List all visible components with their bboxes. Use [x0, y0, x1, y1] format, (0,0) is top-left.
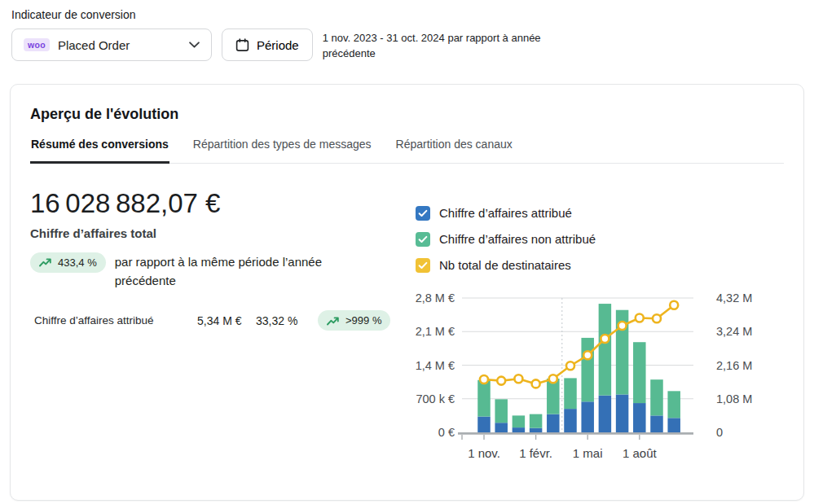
chevron-down-icon: [189, 42, 200, 48]
change-badge-value: 433,4 %: [58, 256, 97, 269]
svg-text:700 k €: 700 k €: [416, 392, 455, 405]
tab-repartition-canaux[interactable]: Répartition des canaux: [395, 138, 513, 164]
page-header: Indicateur de conversion woo Placed Orde…: [0, 0, 814, 62]
woocommerce-badge: woo: [24, 38, 50, 52]
svg-text:0: 0: [716, 426, 723, 439]
evolution-card: Aperçu de l'évolution Résumé des convers…: [10, 84, 804, 501]
svg-text:1 févr.: 1 févr.: [519, 446, 552, 460]
svg-text:4,32 M: 4,32 M: [716, 291, 752, 305]
change-badge: 433,4 %: [30, 252, 106, 273]
svg-text:0 €: 0 €: [438, 426, 455, 439]
attributed-revenue-row: Chiffre d’affaires attribué 5,34 M € 33,…: [30, 310, 403, 331]
trend-up-icon: [327, 316, 340, 326]
chart-column: Chiffre d’affaires attribué Chiffre d’af…: [403, 188, 803, 471]
date-range-text: 1 nov. 2023 - 31 oct. 2024 par rapport à…: [323, 28, 541, 62]
svg-text:1 mai: 1 mai: [573, 446, 603, 460]
summary-column: 16 028 882,07 € Chiffre d’affaires total…: [30, 188, 403, 471]
svg-text:3,24 M: 3,24 M: [716, 325, 752, 338]
metric-dropdown[interactable]: woo Placed Order: [11, 28, 212, 61]
attributed-change-badge: >999 %: [318, 310, 390, 331]
conversion-indicator-label: Indicateur de conversion: [11, 8, 803, 21]
chart-wrapper: 1 nov.1 févr.1 mai1 août0 €700 k €1,4 M …: [412, 289, 803, 471]
svg-text:1,4 M €: 1,4 M €: [416, 358, 455, 371]
attributed-change-value: >999 %: [345, 314, 381, 327]
metric-dropdown-value: Placed Order: [58, 38, 181, 52]
svg-text:2,8 M €: 2,8 M €: [416, 291, 455, 305]
svg-text:1 nov.: 1 nov.: [468, 446, 500, 460]
total-revenue-value: 16 028 882,07 €: [30, 188, 403, 219]
checkbox-attributed-icon[interactable]: [416, 206, 430, 221]
svg-text:1,08 M: 1,08 M: [716, 392, 752, 405]
tab-content: 16 028 882,07 € Chiffre d’affaires total…: [30, 164, 784, 471]
legend-row-attributed[interactable]: Chiffre d’affaires attribué: [416, 206, 803, 221]
change-caption: par rapport à la même période l’année pr…: [115, 252, 350, 291]
change-row: 433,4 % par rapport à la même période l’…: [30, 252, 403, 291]
legend-label: Nb total de destinataires: [439, 258, 571, 272]
conversion-chart: 1 nov.1 févr.1 mai1 août0 €700 k €1,4 M …: [412, 289, 803, 468]
tab-resume-conversions[interactable]: Résumé des conversions: [30, 138, 169, 164]
period-button[interactable]: Période: [222, 28, 313, 61]
legend-row-non-attributed[interactable]: Chiffre d’affaires non attribué: [416, 232, 803, 247]
header-controls: woo Placed Order Période 1 nov. 2023 - 3…: [11, 28, 803, 62]
total-revenue-label: Chiffre d’affaires total: [30, 226, 403, 240]
svg-text:2,1 M €: 2,1 M €: [416, 325, 455, 338]
attributed-revenue-value: 5,34 M €: [197, 314, 256, 327]
legend-label: Chiffre d’affaires non attribué: [439, 232, 596, 246]
svg-text:2,16 M: 2,16 M: [716, 358, 752, 371]
period-button-label: Période: [257, 38, 299, 52]
card-title: Aperçu de l'évolution: [30, 106, 784, 123]
checkbox-non-attributed-icon[interactable]: [416, 232, 430, 247]
trend-up-icon: [39, 257, 52, 267]
series-legend: Chiffre d’affaires attribué Chiffre d’af…: [412, 206, 803, 273]
tab-repartition-types-messages[interactable]: Répartition des types de messages: [192, 138, 372, 164]
svg-text:1 août: 1 août: [623, 446, 658, 460]
legend-label: Chiffre d’affaires attribué: [439, 206, 572, 220]
attributed-revenue-label: Chiffre d’affaires attribué: [34, 314, 197, 327]
attributed-revenue-share: 33,32 %: [256, 314, 318, 327]
checkbox-recipients-icon[interactable]: [416, 258, 430, 273]
legend-row-recipients[interactable]: Nb total de destinataires: [416, 258, 803, 273]
calendar-icon: [235, 38, 249, 52]
tab-bar: Résumé des conversions Répartition des t…: [30, 138, 784, 164]
